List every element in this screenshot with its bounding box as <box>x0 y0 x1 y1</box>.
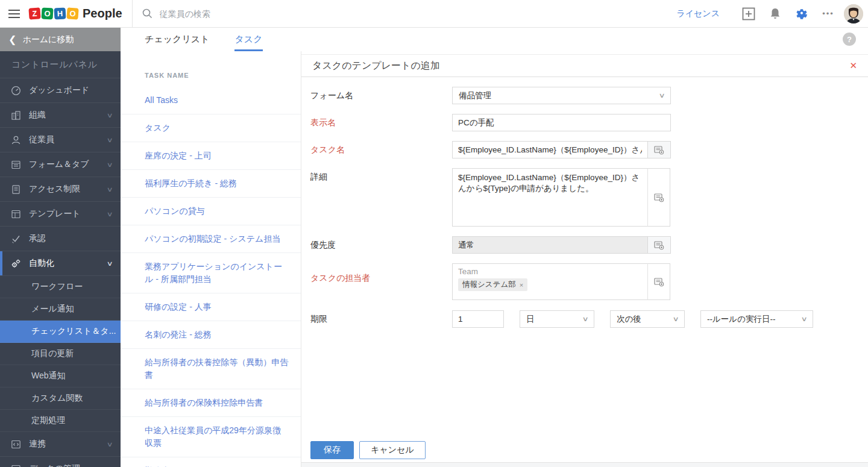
chevron-down-icon: ∨ <box>106 136 113 144</box>
task-list-item[interactable]: タスク <box>121 114 301 142</box>
logo-tile-o2: O <box>66 7 78 19</box>
code-icon <box>11 439 21 450</box>
user-avatar[interactable] <box>844 4 863 24</box>
chevron-down-icon: ∨ <box>106 111 113 119</box>
settings-gear-icon[interactable] <box>788 0 815 28</box>
notifications-bell-icon[interactable] <box>762 0 788 28</box>
task-list-item[interactable]: 座席の決定 - 上司 <box>121 142 301 170</box>
insert-merge-field-button[interactable] <box>648 141 671 158</box>
sidebar-subitem-web-alerts[interactable]: Web通知 <box>0 365 121 387</box>
back-chevron-icon: ❮ <box>8 34 16 45</box>
chip-remove-icon[interactable]: × <box>520 281 523 289</box>
task-list-item[interactable]: 研修の設定 - 人事 <box>121 293 301 321</box>
due-number-input[interactable] <box>452 310 504 328</box>
back-label: ホームに移動 <box>22 34 74 45</box>
assignee-placeholder: Team <box>458 267 642 276</box>
task-list-item[interactable]: パソコンの貸与 <box>121 198 301 225</box>
due-label: 期限 <box>310 310 452 328</box>
approval-icon <box>11 234 21 244</box>
insert-merge-field-button[interactable] <box>647 168 670 227</box>
task-list-item[interactable]: 勤務表 <box>121 457 301 467</box>
task-list-item[interactable]: 給与所得者の扶養控除等（異動）申告書 <box>121 349 301 389</box>
sidebar-subitem-scheduler[interactable]: 定期処理 <box>0 410 121 432</box>
automation-icon <box>11 259 21 269</box>
help-icon[interactable]: ? <box>843 33 856 46</box>
assignee-input[interactable]: Team 情報システム部 × <box>452 263 648 300</box>
dialog-actions: 保存 キャンセル <box>310 441 426 459</box>
task-list-item[interactable]: 福利厚生の手続き - 総務 <box>121 170 301 198</box>
sidebar-item-label: テンプレート <box>29 208 107 219</box>
task-template-dialog: タスクのテンプレートの追加 ✕ フォーム名 備品管理 ∨ 表示名 <box>301 51 868 467</box>
sidebar-item-label: ダッシュボード <box>29 85 112 96</box>
task-list-panel: TASK NAME All Tasksタスク座席の決定 - 上司福利厚生の手続き… <box>121 51 301 467</box>
due-relation-select[interactable]: 次の後 ∨ <box>610 310 685 328</box>
sidebar-item-integrations[interactable]: 連携∨ <box>0 432 121 457</box>
back-to-home-button[interactable]: ❮ ホームに移動 <box>0 28 121 51</box>
close-icon[interactable]: ✕ <box>849 60 857 71</box>
sidebar-subitem-custom-functions[interactable]: カスタム関数 <box>0 387 121 410</box>
add-box-icon[interactable] <box>735 0 762 28</box>
license-link[interactable]: ライセンス <box>676 8 720 19</box>
form-name-label: フォーム名 <box>310 87 452 104</box>
tab-checklist[interactable]: チェックリスト <box>145 28 209 51</box>
priority-input[interactable] <box>452 236 648 254</box>
due-relation-value: 次の後 <box>617 314 641 325</box>
display-name-input[interactable] <box>452 114 671 131</box>
logo-tile-h: H <box>54 8 66 20</box>
dialog-body: フォーム名 備品管理 ∨ 表示名 タスク名 <box>301 77 868 328</box>
chevron-down-icon: ∨ <box>672 315 679 323</box>
sidebar-subitem-checklist-tasks[interactable]: チェックリスト＆タ... <box>0 321 121 343</box>
task-name-input[interactable] <box>452 141 648 158</box>
sidebar-item-label: 承認 <box>29 233 112 244</box>
chevron-down-icon: ∨ <box>106 260 113 268</box>
task-list-item[interactable]: All Tasks <box>121 87 301 114</box>
sidebar-item-approvals[interactable]: 承認 <box>0 227 121 251</box>
cancel-button[interactable]: キャンセル <box>359 441 426 459</box>
due-reference-select[interactable]: --ルールの実行日-- ∨ <box>700 310 813 328</box>
chevron-down-icon: ∨ <box>582 315 588 323</box>
tabs-row: チェックリスト タスク ? <box>121 28 868 51</box>
search-icon <box>142 8 153 19</box>
hamburger-menu-icon[interactable] <box>0 0 28 28</box>
sidebar-item-label: アクセス制限 <box>29 184 107 195</box>
task-list-item[interactable]: 給与所得者の保険料控除申告書 <box>121 389 301 417</box>
save-button[interactable]: 保存 <box>310 441 354 459</box>
document-icon <box>11 184 21 195</box>
more-options-icon[interactable]: ••• <box>815 0 841 28</box>
sidebar-item-access-control[interactable]: アクセス制限∨ <box>0 177 121 202</box>
merge-field-icon <box>654 240 664 250</box>
sidebar-item-label: フォーム＆タブ <box>29 159 107 170</box>
due-unit-select[interactable]: 日 ∨ <box>520 310 594 328</box>
sidebar-item-automation[interactable]: 自動化∨ <box>0 251 121 276</box>
tab-tasks[interactable]: タスク <box>234 28 262 51</box>
sidebar-item-employees[interactable]: 従業員∨ <box>0 128 121 152</box>
topbar-actions: ライセンス ••• <box>676 0 863 28</box>
zoho-people-logo[interactable]: Z O H O People <box>29 7 122 20</box>
building-icon <box>11 110 21 121</box>
sidebar-item-dashboard[interactable]: ダッシュボード <box>0 78 121 103</box>
task-list-item[interactable]: 業務アプリケーションのインストール - 所属部門担当 <box>121 253 301 293</box>
description-textarea[interactable]: ${Employee_ID.LastName}（${Employee_ID}）さ… <box>452 168 648 227</box>
sidebar-header: コントロールパネル <box>0 51 121 78</box>
chevron-down-icon: ∨ <box>106 186 113 193</box>
sidebar-item-forms-tabs[interactable]: フォーム＆タブ∨ <box>0 152 121 177</box>
sidebar-item-organization[interactable]: 組織∨ <box>0 103 121 128</box>
sidebar-subitem-workflow[interactable]: ワークフロー <box>0 276 121 298</box>
task-list-item[interactable]: 名刺の発注 - 総務 <box>121 321 301 349</box>
priority-label: 優先度 <box>310 236 452 254</box>
task-list-item[interactable]: 中途入社従業員の平成29年分源泉徴収票 <box>121 417 301 457</box>
sidebar-item-data-management[interactable]: データの管理∨ <box>0 457 121 467</box>
assignee-chip-label: 情報システム部 <box>462 280 516 290</box>
sidebar-subitem-field-update[interactable]: 項目の更新 <box>0 343 121 365</box>
form-name-select[interactable]: 備品管理 ∨ <box>452 87 671 104</box>
insert-merge-field-button[interactable] <box>648 236 671 254</box>
search-input[interactable] <box>160 9 413 19</box>
dialog-footer-strip <box>301 462 868 467</box>
task-list-item[interactable]: パソコンの初期設定 - システム担当 <box>121 225 301 253</box>
chevron-down-icon: ∨ <box>800 315 807 323</box>
display-name-label: 表示名 <box>310 114 452 131</box>
sidebar-item-templates[interactable]: テンプレート∨ <box>0 202 121 227</box>
sidebar-subitem-mail-alerts[interactable]: メール通知 <box>0 298 121 321</box>
insert-merge-field-button[interactable] <box>647 263 670 300</box>
description-label: 詳細 <box>310 168 452 227</box>
